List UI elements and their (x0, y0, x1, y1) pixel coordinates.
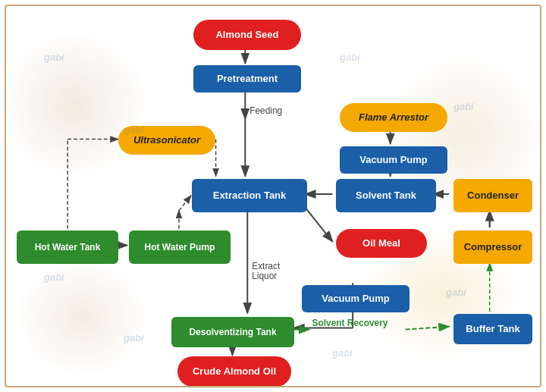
buffer-tank-box: Buffer Tank (453, 314, 532, 344)
vacuum-pump-top-box: Vacuum Pump (340, 146, 447, 174)
condenser-box: Condenser (453, 179, 532, 212)
flow-diagram: Almond Seed Pretreatment Ultrasonicator … (6, 6, 540, 386)
pretreatment-box: Pretreatment (193, 65, 301, 93)
crude-almond-oil-box: Crude Almond Oil (177, 356, 291, 387)
desolventizing-tank-box: Desolventizing Tank (171, 317, 294, 347)
extraction-tank-box: Extraction Tank (192, 179, 307, 212)
compressor-box: Compressor (453, 230, 532, 264)
ultrasonicator-box: Ultrasonicator (118, 126, 215, 155)
diagram-container: Feeding Extract Liquor (5, 5, 541, 387)
oil-meal-box: Oil Meal (336, 229, 427, 258)
almond-seed-box: Almond Seed (193, 20, 301, 50)
vacuum-pump-bottom-box: Vacuum Pump (302, 285, 410, 312)
hot-water-pump-box: Hot Water Pump (129, 230, 231, 264)
hot-water-tank-box: Hot Water Tank (17, 230, 118, 264)
flame-arrestor-box: Flame Arrestor (340, 103, 447, 132)
solvent-tank-box: Solvent Tank (336, 179, 436, 212)
